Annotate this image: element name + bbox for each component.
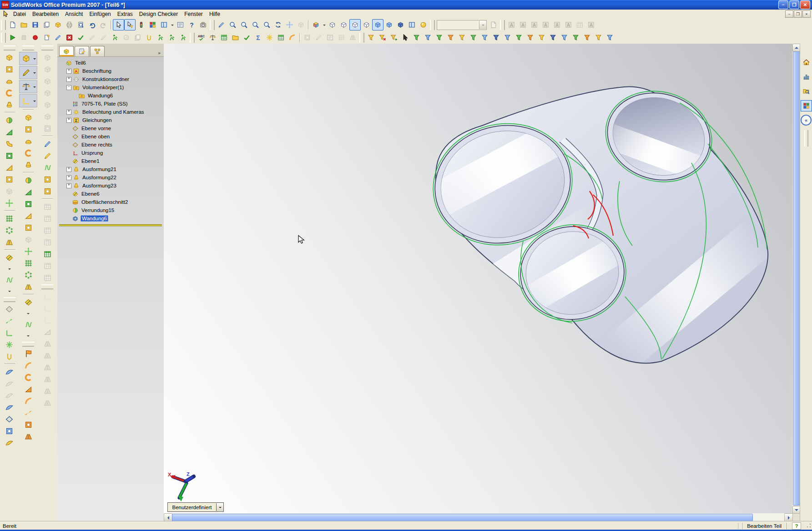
- edit-macro-button[interactable]: [52, 32, 64, 43]
- edit-color-button[interactable]: [147, 19, 158, 30]
- tree-item-ebene-vorne[interactable]: Ebene vorne: [58, 124, 163, 132]
- sketch-flyout-dropdown[interactable]: [32, 66, 37, 79]
- task-pane-grip[interactable]: [804, 130, 808, 147]
- standard-views-button[interactable]: [310, 19, 322, 30]
- filter-toggle-button[interactable]: [365, 32, 377, 43]
- equations-button[interactable]: Σ: [252, 32, 264, 43]
- planar-surface-button[interactable]: [4, 413, 15, 425]
- dimension-flyout-button[interactable]: [19, 80, 37, 93]
- spell-check-button[interactable]: ABC: [196, 32, 207, 43]
- file-locations-button[interactable]: [230, 32, 241, 43]
- filter-notes-button[interactable]: [559, 32, 570, 43]
- tree-item-wandung6[interactable]: Wandung6: [58, 91, 163, 100]
- linear-pattern-b-button[interactable]: [22, 257, 34, 269]
- filter-routing-points-button[interactable]: [604, 32, 615, 43]
- dropdown-arrow[interactable]: [7, 286, 12, 296]
- realview-graphics-button[interactable]: [418, 19, 429, 30]
- select-button[interactable]: [113, 19, 124, 30]
- configurationmanager-tab[interactable]: [90, 46, 105, 56]
- filter-dimensions-button[interactable]: [536, 32, 547, 43]
- print-button[interactable]: [64, 19, 75, 30]
- task-scheduler-button[interactable]: [109, 32, 121, 43]
- previous-view-button[interactable]: [216, 19, 227, 30]
- tree-item-teil6[interactable]: Teil6: [58, 59, 163, 67]
- menu-hilfe[interactable]: Hilfe: [206, 10, 223, 18]
- filter-cosmetic-threads-button[interactable]: [593, 32, 604, 43]
- shell-button[interactable]: [4, 150, 15, 162]
- toolbar-grip[interactable]: [41, 46, 53, 51]
- toolbar-grip[interactable]: [359, 33, 364, 43]
- menu-extras[interactable]: Extras: [114, 10, 136, 18]
- tree-expander[interactable]: +: [66, 77, 71, 82]
- tree-expander[interactable]: +: [66, 175, 71, 180]
- edge-flange-button[interactable]: [22, 371, 34, 383]
- miter-flange-button[interactable]: [22, 383, 34, 395]
- featuremanager-design-tree-tab[interactable]: [59, 46, 74, 56]
- move-face-button[interactable]: [4, 197, 15, 209]
- selection-filter-toggle-button[interactable]: [124, 19, 136, 30]
- tree-item-konstruktionsordner[interactable]: +Konstruktionsordner: [58, 75, 163, 83]
- section-view-button[interactable]: [406, 19, 418, 30]
- view-orientation-combo[interactable]: Benutzerdefiniert: [167, 502, 224, 512]
- toolbar-grip[interactable]: [41, 284, 53, 289]
- no-edges-button[interactable]: [361, 19, 372, 30]
- task-pane-collapse-button[interactable]: «: [801, 115, 812, 126]
- closed-corner-button[interactable]: [22, 419, 34, 430]
- rollback-bar[interactable]: [59, 224, 162, 226]
- minimize-button[interactable]: −: [778, 0, 788, 9]
- bom-table-button[interactable]: [41, 248, 53, 260]
- draft-button[interactable]: [4, 162, 15, 173]
- tree-item-oberflächenschnitt2[interactable]: Oberflächenschnitt2: [58, 198, 163, 206]
- invert-selection-button[interactable]: [399, 32, 411, 43]
- dropdown-arrow[interactable]: [26, 308, 31, 319]
- mdi-restore-button[interactable]: ❐: [794, 10, 802, 18]
- filter-annotations-button[interactable]: [547, 32, 559, 43]
- shaded-button[interactable]: [383, 19, 395, 30]
- zoom-to-selection-button[interactable]: [261, 19, 272, 30]
- new-button[interactable]: [7, 19, 18, 30]
- tree-item-ausformung21[interactable]: +Ausformung21: [58, 165, 163, 173]
- display-pane-button[interactable]: [158, 19, 170, 30]
- tree-expander[interactable]: -: [66, 85, 71, 90]
- filter-center-marks-button[interactable]: [525, 32, 536, 43]
- toolbar-grip[interactable]: [22, 46, 34, 51]
- axis-button[interactable]: [4, 315, 15, 327]
- mdi-minimize-button[interactable]: −: [785, 10, 793, 18]
- rotate-view-button[interactable]: [272, 19, 284, 30]
- filter-vertices-button[interactable]: [411, 32, 422, 43]
- menu-design-checker[interactable]: Design Checker: [136, 10, 181, 18]
- toolbar-grip[interactable]: [430, 20, 435, 30]
- curvature-display-button[interactable]: [287, 32, 298, 43]
- mirror-b-button[interactable]: [22, 281, 34, 293]
- add-relation-button[interactable]: [41, 150, 53, 162]
- make-drawing-from-part-button[interactable]: [41, 19, 52, 30]
- status-help-icon[interactable]: ?: [792, 522, 801, 530]
- knit-surface-button[interactable]: [4, 401, 15, 413]
- sketched-bend-button[interactable]: [22, 359, 34, 371]
- toolbar-grip[interactable]: [500, 20, 505, 30]
- deviation-analysis-button[interactable]: [275, 32, 287, 43]
- menu-ansicht[interactable]: Ansicht: [62, 10, 86, 18]
- make-assembly-from-part-button[interactable]: [52, 19, 64, 30]
- clear-all-filters-button[interactable]: [377, 32, 388, 43]
- menu-bearbeiten[interactable]: Bearbeiten: [29, 10, 62, 18]
- import-diagnostics-button[interactable]: [264, 32, 275, 43]
- swept-boss-b-button[interactable]: [22, 147, 34, 159]
- undo-button[interactable]: [86, 19, 98, 30]
- options-button[interactable]: [175, 19, 186, 30]
- shell-b-button[interactable]: [22, 198, 34, 210]
- zoom-in-out-button[interactable]: [250, 19, 261, 30]
- mass-properties-button[interactable]: [218, 32, 230, 43]
- dropdown-arrow[interactable]: [322, 20, 327, 30]
- solidworks-resources-tab[interactable]: [801, 56, 812, 68]
- tree-item-gleichungen[interactable]: +ΣGleichungen: [58, 116, 163, 124]
- jog-button[interactable]: [22, 407, 34, 419]
- restore-button[interactable]: ❐: [789, 0, 799, 9]
- model-3d[interactable]: [164, 44, 792, 513]
- route-line-button[interactable]: [41, 162, 53, 173]
- toolbar-grip[interactable]: [210, 20, 215, 30]
- edrawings-publish-button[interactable]: [143, 32, 155, 43]
- chamfer-b-button[interactable]: [22, 186, 34, 198]
- tree-item-7075-t6-plate-ss-[interactable]: 7075-T6, Plate (SS): [58, 100, 163, 108]
- tree-item-ebene1[interactable]: Ebene1: [58, 157, 163, 165]
